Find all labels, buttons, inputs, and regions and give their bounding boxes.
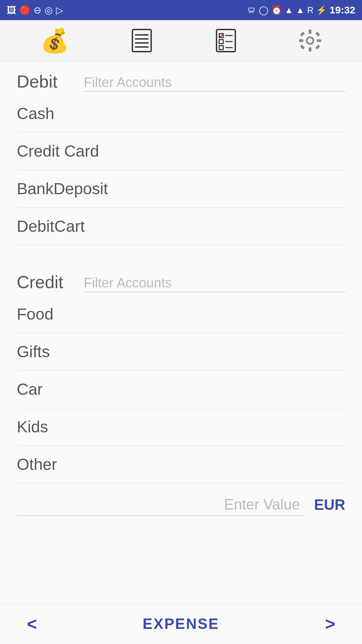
value-input[interactable] — [17, 493, 305, 516]
wifi-icon: ▲ — [285, 5, 293, 15]
value-input-bar: EUR — [0, 487, 362, 523]
svg-rect-19 — [300, 45, 305, 50]
status-icon-play: ▷ — [56, 5, 63, 16]
checklist-icon[interactable] — [214, 29, 238, 52]
svg-rect-10 — [219, 46, 223, 50]
status-icon-color: 🔴 — [19, 5, 30, 15]
money-bag-icon[interactable]: 💰 — [40, 27, 69, 54]
credit-account-food[interactable]: Food — [17, 296, 345, 333]
alarm-icon: ⏰ — [271, 5, 282, 15]
credit-account-car[interactable]: Car — [17, 371, 345, 408]
svg-rect-8 — [219, 40, 223, 44]
debit-account-list: Cash Credit Card BankDeposit DebitCart — [0, 95, 362, 245]
status-icon-minus: ⊖ — [34, 5, 41, 16]
credit-account-other[interactable]: Other — [17, 446, 345, 483]
debit-account-bank-deposit[interactable]: BankDeposit — [17, 170, 345, 208]
signal-icon: ▲ — [296, 5, 305, 15]
circle-icon: ◯ — [259, 5, 268, 15]
list-icon[interactable] — [130, 29, 154, 52]
back-button[interactable]: < — [27, 614, 37, 634]
credit-section-header: Credit — [0, 262, 362, 296]
debit-filter-input[interactable] — [84, 73, 345, 92]
credit-section: Credit Food Gifts Car Kids Other — [0, 262, 362, 483]
debit-account-credit-card[interactable]: Credit Card — [17, 132, 345, 170]
svg-rect-17 — [300, 32, 305, 37]
svg-rect-18 — [315, 32, 320, 37]
credit-label: Credit — [17, 272, 70, 292]
status-left-icons: 🖼 🔴 ⊖ ◎ ▷ — [7, 5, 63, 16]
debit-section-header: Debit — [0, 61, 362, 95]
status-icon-gallery: 🖼 — [7, 5, 16, 16]
expense-label: EXPENSE — [143, 615, 220, 632]
bluetooth-icon: ⯳ — [247, 5, 256, 15]
svg-rect-16 — [317, 39, 321, 42]
svg-rect-13 — [309, 30, 311, 34]
credit-account-list: Food Gifts Car Kids Other — [0, 296, 362, 483]
svg-rect-14 — [309, 47, 311, 52]
svg-rect-20 — [315, 45, 320, 50]
status-right-icons: ⯳ ◯ ⏰ ▲ ▲ R ⚡ 19:32 — [247, 4, 355, 16]
svg-rect-0 — [132, 30, 151, 52]
debit-account-debit-cart[interactable]: DebitCart — [17, 208, 345, 245]
r-icon: R — [307, 5, 313, 15]
bottom-nav: < EXPENSE > — [0, 603, 362, 644]
svg-point-12 — [307, 37, 313, 44]
section-spacer — [0, 249, 362, 262]
settings-icon[interactable] — [298, 29, 322, 52]
battery-icon: ⚡ — [316, 5, 327, 15]
main-content: Debit Cash Credit Card BankDeposit Debit… — [0, 61, 362, 603]
top-nav: 💰 — [0, 20, 362, 61]
credit-account-kids[interactable]: Kids — [17, 408, 345, 446]
debit-section: Debit Cash Credit Card BankDeposit Debit… — [0, 61, 362, 245]
credit-account-gifts[interactable]: Gifts — [17, 333, 345, 371]
status-icon-circle: ◎ — [45, 5, 53, 16]
currency-label: EUR — [312, 496, 345, 516]
time-display: 19:32 — [329, 4, 355, 16]
svg-rect-15 — [299, 39, 303, 42]
status-bar: 🖼 🔴 ⊖ ◎ ▷ ⯳ ◯ ⏰ ▲ ▲ R ⚡ 19:32 — [0, 0, 362, 20]
forward-button[interactable]: > — [325, 614, 335, 634]
credit-filter-input[interactable] — [84, 274, 345, 292]
debit-account-cash[interactable]: Cash — [17, 95, 345, 132]
debit-label: Debit — [17, 71, 70, 92]
